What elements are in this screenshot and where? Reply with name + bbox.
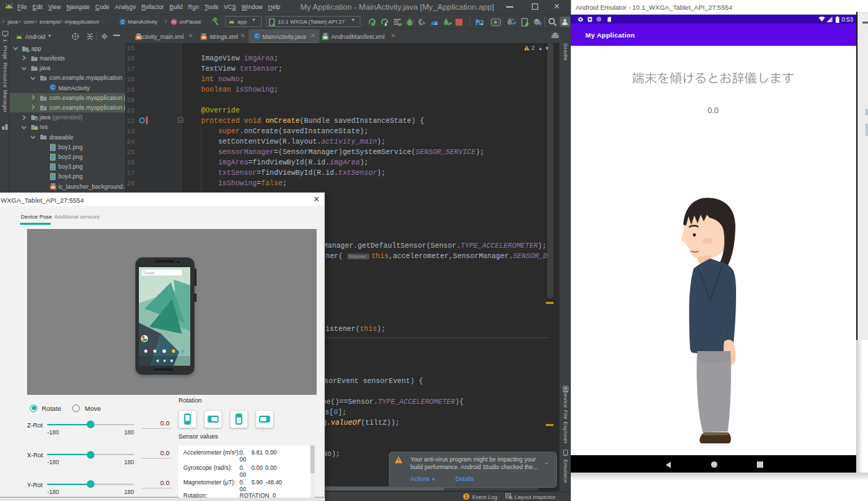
svg-text:Google: Google [144, 271, 155, 275]
